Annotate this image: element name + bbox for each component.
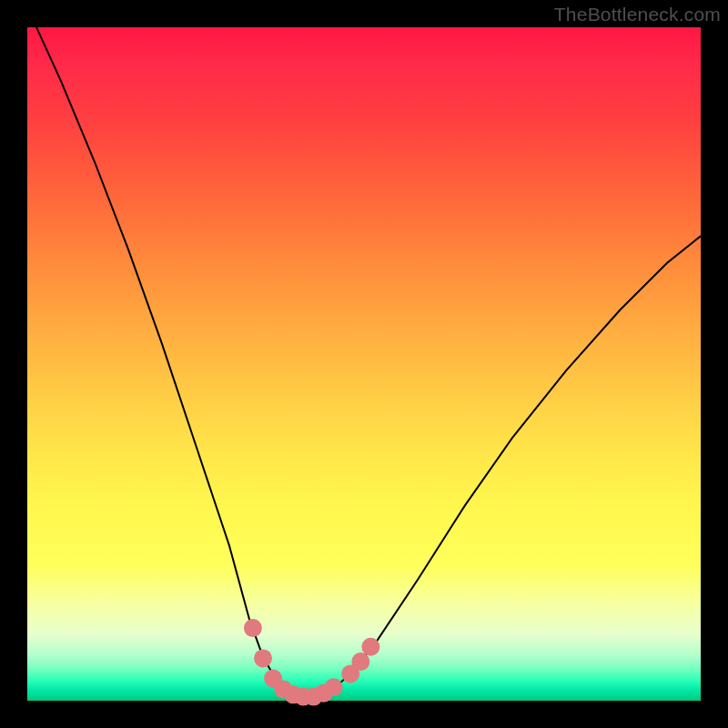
marker-dot bbox=[325, 678, 343, 696]
curve-line bbox=[27, 7, 701, 697]
marker-dot bbox=[244, 619, 262, 637]
curve-markers bbox=[244, 619, 380, 705]
chart-area bbox=[27, 27, 701, 701]
watermark-text: TheBottleneck.com bbox=[554, 4, 721, 25]
marker-dot bbox=[361, 638, 379, 656]
chart-svg bbox=[27, 27, 701, 701]
marker-dot bbox=[254, 649, 272, 667]
marker-dot bbox=[351, 652, 369, 671]
